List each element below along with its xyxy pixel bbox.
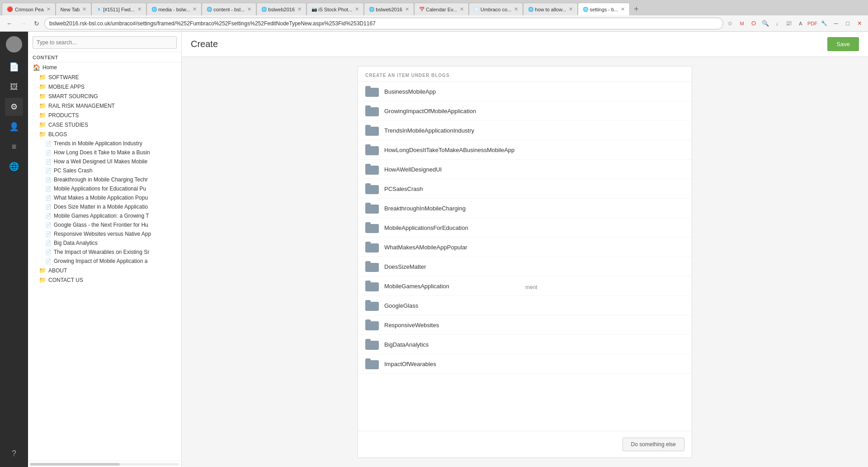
tab-close-icon[interactable]: ✕ [514,6,518,12]
tree-item-does-size[interactable]: 📄 Does Size Matter in a Mobile Applicati… [28,202,181,211]
translate-icon[interactable]: 🌐 [5,157,23,176]
tree-item-google-glass[interactable]: 📄 Google Glass - the Next Frontier for H… [28,220,181,229]
opera-icon[interactable]: O [749,19,759,29]
gmail-icon[interactable]: M [737,19,747,29]
tree-item-software[interactable]: 📁 SOFTWARE [28,72,181,82]
save-button[interactable]: Save [827,37,859,51]
folder-icon [365,242,379,253]
dialog-item-breakthrough[interactable]: BreakthroughInMobileCharging [358,199,692,218]
nav-extra-1[interactable]: ↓ [772,19,782,29]
tab-close-icon[interactable]: ✕ [137,6,142,12]
tab-close-icon[interactable]: ✕ [405,6,409,12]
tree-item-wearables[interactable]: 📄 The Impact of Wearables on Existing Sr [28,248,181,257]
dialog-item-mobile-games[interactable]: MobileGamesApplication [358,276,692,296]
help-icon[interactable]: ? [5,444,23,462]
dialog-item-responsive[interactable]: ResponsiveWebsites [358,315,692,335]
overlay-text: ment [525,284,538,291]
tree-item-big-data[interactable]: 📄 Big Data Analytics [28,238,181,248]
dialog-item-trends[interactable]: TrendsInMobileApplicationIndustry [358,121,692,140]
tree-item-pc-sales[interactable]: 📄 PC Sales Crash [28,166,181,175]
tab-close-icon[interactable]: ✕ [569,6,573,12]
dialog-item-google-glass[interactable]: GoogleGlass [358,296,692,315]
back-button[interactable]: ← [4,18,15,29]
bookmark-icon[interactable]: ☆ [725,19,735,29]
content-icon[interactable]: 📄 [5,58,23,76]
sidebar-search-input[interactable] [33,36,177,49]
tree-item-breakthrough[interactable]: 📄 Breakthrough in Mobile Charging Techr [28,175,181,184]
dialog-item-mobile-edu[interactable]: MobileApplicationsForEducation [358,218,692,238]
tab-media[interactable]: 🌐 media - bslw... ✕ [146,3,202,15]
nav-extra-2[interactable]: 📰 [784,19,794,29]
dialog-item-wearables[interactable]: ImpactOfWearables [358,354,692,374]
tab-close-icon[interactable]: ✕ [193,6,197,12]
forms-icon[interactable]: ≡ [5,138,23,156]
tab-close-icon[interactable]: ✕ [247,6,251,12]
window-maximize[interactable]: □ [843,19,853,29]
tab-close-icon[interactable]: ✕ [82,6,86,12]
tree-item-growing-impact[interactable]: 📄 Growing Impact of Mobile Application a [28,257,181,266]
tab-close-icon[interactable]: ✕ [355,6,359,12]
do-something-else-button[interactable]: Do something else [623,438,684,451]
tab-content[interactable]: 🌐 content - bsl... ✕ [202,3,256,15]
dialog-item-businessmobile[interactable]: BusinessMobileApp [358,82,692,101]
window-close[interactable]: ✕ [854,19,864,29]
search-icon[interactable]: 🔍 [760,19,770,29]
dialog-item-big-data[interactable]: BigDataAnalytics [358,335,692,354]
forward-button[interactable]: → [17,18,29,29]
tree-item-mobile-apps[interactable]: 📁 MOBILE APPS [28,82,181,91]
tab-close-icon[interactable]: ✕ [621,6,625,12]
tree-item-responsive[interactable]: 📄 Responsive Websites versus Native App [28,229,181,238]
tree-item-contact[interactable]: 📁 CONTACT US [28,275,181,285]
tab-close-icon[interactable]: ✕ [460,6,464,12]
tree-item-about[interactable]: 📁 ABOUT [28,266,181,275]
tree-item-blogs[interactable]: 📁 BLOGS [28,129,181,139]
tree-item-trends[interactable]: 📄 Trends in Mobile Application Industry [28,139,181,148]
tab-close-icon[interactable]: ✕ [297,6,302,12]
url-bar[interactable] [44,18,723,29]
tree-item-mobile-games[interactable]: 📄 Mobile Games Application: a Growing T [28,211,181,220]
members-icon[interactable]: 👤 [5,118,23,136]
media-icon[interactable]: 🖼 [5,78,23,96]
tab-how-to[interactable]: 🌐 how to allow... ✕ [523,3,578,15]
tree-item-mobile-educational[interactable]: 📄 Mobile Applications for Educational Pu [28,184,181,193]
nav-extra-3[interactable]: A [796,19,806,29]
tab-favicon: 🌐 [583,7,588,12]
pdf-icon[interactable]: PDF [807,19,817,29]
tab-new-tab[interactable]: New Tab ✕ [56,3,92,15]
tab-settings[interactable]: 🌐 settings - b... ✕ [578,3,630,15]
new-tab-button[interactable]: + [630,3,642,15]
dialog-item-how-long[interactable]: HowLongDoesItTakeToMakeABusinessMobileAp… [358,140,692,160]
tree-item-well-designed[interactable]: 📄 How a Well Designed UI Makes Mobile [28,157,181,166]
refresh-button[interactable]: ↻ [31,18,42,29]
tree-item-how-long[interactable]: 📄 How Long Does it Take to Make a Busin [28,148,181,157]
tree-item-smart-sourcing[interactable]: 📁 SMART SOURCING [28,91,181,101]
sidebar-hscroll[interactable] [28,461,181,467]
dialog-item-how-well[interactable]: HowAWellDesignedUI [358,160,692,179]
dialog-item-growing-impact[interactable]: GrowingImpactOfMobileApplication [358,101,692,121]
window-minimize[interactable]: ─ [831,19,841,29]
nav-extra-4[interactable]: 🔧 [819,19,829,29]
dialog-item-what-makes[interactable]: WhatMakesAMobileAppPopular [358,238,692,257]
tree-item-label: MOBILE APPS [48,84,85,90]
tab-close-icon[interactable]: ✕ [47,6,51,12]
tab-bslweb2[interactable]: 🌐 bslweb2016 ✕ [364,3,414,15]
tree-item-home[interactable]: 🏠 Home [28,62,181,72]
tree-item-what-makes[interactable]: 📄 What Makes a Mobile Application Popu [28,193,181,202]
tree-item-case-studies[interactable]: 📁 CASE STUDIES [28,120,181,129]
tab-stock-photo[interactable]: 📷 iS Stock Phot... ✕ [307,3,364,15]
tree-item-label: Mobile Applications for Educational Pu [54,186,146,192]
tab-calendar[interactable]: 📅 Calendar Ev... ✕ [414,3,469,15]
dialog-item-label: HowAWellDesignedUI [384,166,442,173]
dialog-section-label: CREATE AN ITEM UNDER BLOGS [358,67,692,82]
tab-fwd[interactable]: 📧 [#1511] Fwd... ✕ [91,3,146,15]
tab-umbraco[interactable]: ✉️ Umbraco co... ✕ [469,3,523,15]
dialog-item-label: BreakthroughInMobileCharging [384,205,466,212]
tree-item-rail-risk[interactable]: 📁 RAIL RISK MANAGEMENT [28,101,181,110]
tab-bslweb1[interactable]: 🌐 bslweb2016 ✕ [256,3,307,15]
settings-icon[interactable]: ⚙ [5,98,23,116]
dialog-item-pc-sales[interactable]: PCSalesCrash [358,179,692,199]
tree-item-label: What Makes a Mobile Application Popu [54,195,148,201]
tree-item-products[interactable]: 📁 PRODUCTS [28,110,181,120]
dialog-item-does-size[interactable]: DoesSizeMatter [358,257,692,276]
tab-crimson-pea[interactable]: 🔴 Crimson Pea ✕ [2,3,56,15]
